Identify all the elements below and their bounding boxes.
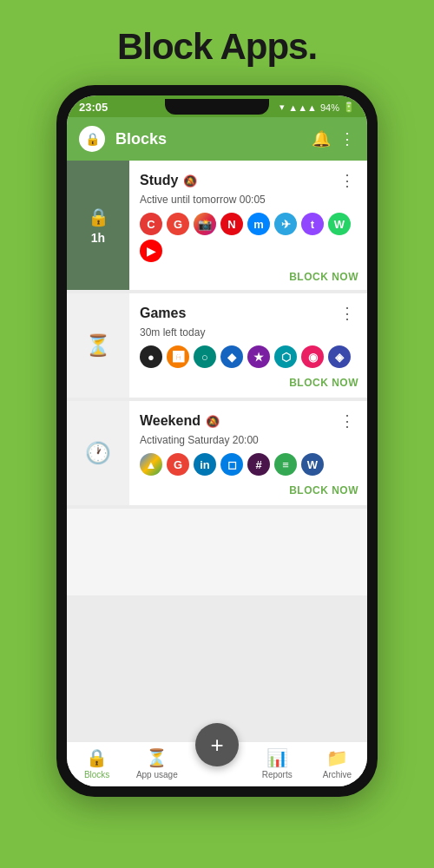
weekend-app-sheets: ≡ — [274, 453, 297, 476]
games-app-2: 🅰 — [167, 345, 189, 368]
battery-icon: 🔋 — [343, 102, 355, 113]
nav-archive-icon: 📁 — [326, 747, 348, 768]
weekend-more-icon[interactable]: ⋮ — [336, 410, 358, 432]
weekend-block-card: 🕐 Weekend 🔕 ⋮ Activating Saturday 20:00 … — [67, 401, 367, 505]
weekend-app-word: W — [301, 453, 324, 476]
study-title: Study — [140, 173, 178, 188]
weekend-app-drive: ▲ — [140, 453, 162, 476]
status-icons: ▾ ▲▲▲ 94% 🔋 — [279, 102, 355, 113]
games-card-left: ⏳ — [67, 293, 129, 398]
study-more-icon[interactable]: ⋮ — [336, 169, 358, 192]
phone-frame: 23:05 ▾ ▲▲▲ 94% 🔋 🔒 Blocks 🔔 ⋮ — [56, 85, 378, 797]
study-app-twitch: t — [301, 213, 324, 235]
study-app-youtube: ▶ — [140, 240, 162, 262]
nav-reports-label: Reports — [262, 770, 293, 779]
app-bar-title: Blocks — [115, 130, 301, 148]
bottom-nav: + 🔒 Blocks ⏳ App usage 📊 Reports 📁 Archi… — [67, 742, 367, 786]
games-card-right: Games ⋮ 30m left today ● 🅰 ○ ◆ ★ ⬡ ◉ ◈ — [129, 293, 367, 398]
app-bar: 🔒 Blocks 🔔 ⋮ — [67, 117, 367, 161]
nav-blocks-icon: 🔒 — [86, 747, 108, 768]
weekend-app-dropbox: ◻ — [220, 453, 243, 476]
study-title-row: Study 🔕 — [140, 173, 197, 188]
games-more-icon[interactable]: ⋮ — [336, 302, 358, 325]
games-title: Games — [140, 306, 186, 321]
games-app-6: ⬡ — [274, 345, 297, 368]
study-lock-icon: 🔒 — [88, 207, 109, 227]
empty-area — [67, 509, 367, 595]
games-block-now-button[interactable]: BLOCK NOW — [140, 373, 358, 391]
study-app-instagram: 📸 — [194, 213, 216, 235]
status-time: 23:05 — [79, 101, 108, 114]
nav-archive-label: Archive — [323, 770, 352, 779]
weekend-app-icons: ▲ G in ◻ # ≡ W — [140, 453, 358, 476]
games-card-header: Games ⋮ — [140, 302, 358, 325]
phone-notch — [165, 99, 269, 115]
notification-icon[interactable]: 🔔 — [312, 129, 331, 148]
games-app-4: ◆ — [220, 345, 243, 368]
weekend-block-now-button[interactable]: BLOCK NOW — [140, 481, 358, 498]
study-app-chrome: C — [140, 213, 162, 235]
nav-app-usage-icon: ⏳ — [146, 747, 168, 768]
games-subtitle: 30m left today — [140, 326, 358, 339]
games-block-card: ⏳ Games ⋮ 30m left today ● 🅰 ○ ◆ — [67, 293, 367, 398]
study-app-telegram: ✈ — [274, 213, 297, 235]
page-headline: Block Apps. — [117, 26, 317, 68]
nav-item-app-usage[interactable]: ⏳ App usage — [127, 747, 187, 779]
games-title-row: Games — [140, 306, 186, 321]
games-app-3: ○ — [194, 345, 216, 368]
weekend-app-linkedin: in — [194, 453, 216, 476]
study-app-netflix: N — [220, 213, 243, 235]
weekend-app-gmail: G — [167, 453, 189, 476]
nav-item-reports[interactable]: 📊 Reports — [247, 747, 307, 779]
games-app-1: ● — [140, 345, 162, 368]
weekend-card-left: 🕐 — [67, 401, 129, 505]
nav-item-blocks[interactable]: 🔒 Blocks — [67, 747, 127, 779]
wifi-icon: ▾ — [279, 102, 285, 113]
app-bar-lock-icon: 🔒 — [79, 126, 105, 152]
fab-button[interactable]: + — [195, 723, 239, 766]
phone-screen: 23:05 ▾ ▲▲▲ 94% 🔋 🔒 Blocks 🔔 ⋮ — [67, 95, 367, 786]
study-block-card: 🔒 1h Study 🔕 ⋮ Active until tomorrow 00:… — [67, 161, 367, 290]
games-app-7: ◉ — [301, 345, 324, 368]
study-app-icons: C G 📸 N m ✈ t W ▶ — [140, 213, 358, 262]
weekend-title-row: Weekend 🔕 — [140, 413, 220, 429]
games-hourglass-icon: ⏳ — [85, 333, 111, 358]
study-app-messenger: m — [247, 213, 270, 235]
weekend-mute-icon: 🔕 — [206, 415, 220, 428]
study-time-label: 1h — [91, 231, 105, 245]
study-card-left: 🔒 1h — [67, 161, 129, 290]
study-mute-icon: 🔕 — [183, 174, 197, 187]
study-app-whatsapp: W — [328, 213, 351, 235]
weekend-title: Weekend — [140, 413, 201, 429]
study-app-gmail: G — [167, 213, 189, 235]
study-block-now-button[interactable]: BLOCK NOW — [140, 267, 358, 285]
nav-app-usage-label: App usage — [136, 770, 178, 779]
study-card-header: Study 🔕 ⋮ — [140, 169, 358, 192]
nav-item-archive[interactable]: 📁 Archive — [307, 747, 367, 779]
nav-reports-icon: 📊 — [266, 747, 288, 768]
games-app-5: ★ — [247, 345, 270, 368]
app-bar-actions: 🔔 ⋮ — [312, 129, 355, 148]
weekend-subtitle: Activating Saturday 20:00 — [140, 434, 358, 446]
games-app-8: ◈ — [328, 345, 351, 368]
weekend-app-slack: # — [247, 453, 270, 476]
weekend-clock-icon: 🕐 — [85, 441, 111, 465]
games-app-icons: ● 🅰 ○ ◆ ★ ⬡ ◉ ◈ — [140, 345, 358, 368]
weekend-card-header: Weekend 🔕 ⋮ — [140, 410, 358, 432]
content-area: 🔒 1h Study 🔕 ⋮ Active until tomorrow 00:… — [67, 161, 367, 742]
nav-blocks-label: Blocks — [84, 770, 109, 779]
signal-icon: ▲▲▲ — [288, 102, 317, 113]
study-subtitle: Active until tomorrow 00:05 — [140, 194, 358, 206]
more-options-icon[interactable]: ⋮ — [339, 129, 355, 148]
weekend-card-right: Weekend 🔕 ⋮ Activating Saturday 20:00 ▲ … — [129, 401, 367, 505]
battery-label: 94% — [320, 102, 339, 113]
study-card-right: Study 🔕 ⋮ Active until tomorrow 00:05 C … — [129, 161, 367, 290]
